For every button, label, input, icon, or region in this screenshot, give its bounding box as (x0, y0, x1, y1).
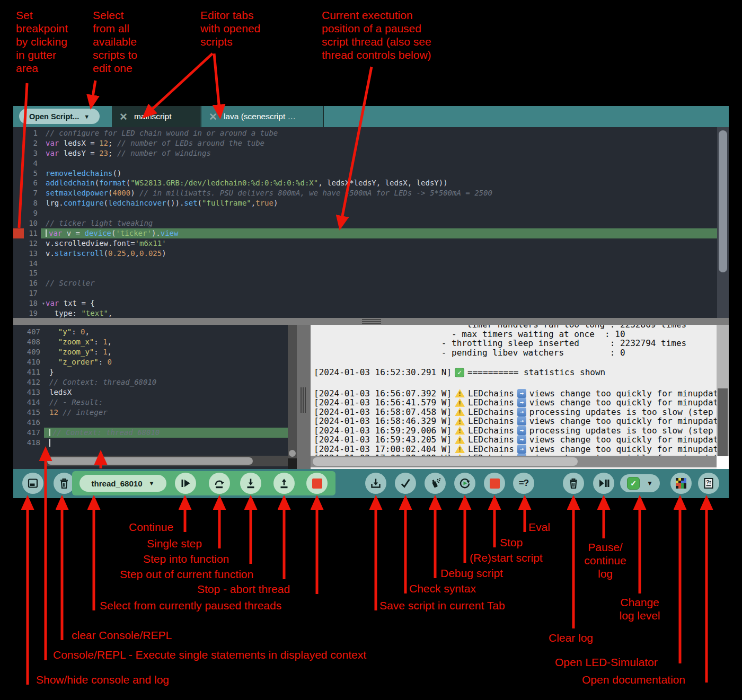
gutter-line-number[interactable]: 2 (13, 138, 41, 148)
tab-lava-scenescript[interactable]: ✕ lava (scenescript … (200, 106, 324, 127)
debug-script-button[interactable] (425, 473, 446, 494)
log-hscrollbar[interactable] (311, 456, 717, 467)
code-line[interactable]: 1// configure for LED chain wound in or … (13, 128, 729, 138)
gutter-line-number[interactable]: 5 (13, 169, 41, 179)
code-editor[interactable]: 1// configure for LED chain wound in or … (13, 127, 729, 318)
gutter-line-number[interactable]: 407 (13, 327, 44, 337)
restart-script-button[interactable] (454, 473, 475, 494)
code-line[interactable]: 409 "zoom_y": 1, (13, 347, 288, 357)
forward-arrow-icon[interactable]: → (517, 417, 526, 426)
code-line[interactable]: 2var ledsX = 12; // number of LEDs aroun… (13, 138, 729, 148)
close-icon[interactable]: ✕ (209, 112, 217, 122)
led-simulator-button[interactable] (670, 473, 692, 494)
scrollbar-thumb[interactable] (47, 457, 253, 465)
gutter-line-number[interactable]: 7 (13, 188, 41, 198)
gutter-line-number[interactable]: 418 (13, 438, 44, 448)
code-line[interactable]: 8lrg.configure(ledchaincover()).set("ful… (13, 198, 729, 208)
code-line[interactable]: 3var ledsY = 23; // number of windings (13, 148, 729, 158)
eval-button[interactable]: =? (513, 473, 534, 494)
pause-log-button[interactable] (593, 473, 614, 494)
code-line[interactable]: 411} (13, 367, 288, 377)
code-line[interactable]: 408 "zoom_x": 1, (13, 337, 288, 347)
vertical-divider[interactable] (297, 325, 311, 469)
fold-icon[interactable]: ▾ (42, 299, 45, 309)
toggle-console-button[interactable] (22, 473, 43, 494)
clear-console-button[interactable] (54, 473, 75, 494)
code-line[interactable]: 4 (13, 158, 729, 169)
continue-button[interactable] (175, 473, 196, 494)
gutter-line-number[interactable]: 9 (13, 208, 41, 218)
gutter-line-number[interactable]: 10 (13, 218, 41, 228)
horizontal-splitter[interactable] (13, 318, 729, 325)
gutter-line-number[interactable]: 12 (13, 238, 41, 249)
save-script-button[interactable] (365, 473, 386, 494)
code-line[interactable]: 413ledsX (13, 387, 288, 397)
gutter-line-number[interactable]: 16 (13, 278, 41, 288)
close-icon[interactable]: ✕ (119, 112, 128, 122)
divider-grip-icon[interactable] (301, 387, 307, 413)
stop-script-button[interactable] (484, 473, 505, 494)
gutter-line-number[interactable]: 17 (13, 288, 41, 298)
gutter-line-number[interactable]: 8 (13, 198, 41, 208)
scrollbar-thumb[interactable] (289, 450, 296, 457)
open-script-dropdown[interactable]: Open Script... ▼ (19, 109, 100, 124)
scrollbar-thumb[interactable] (719, 130, 727, 272)
scrollbar-thumb[interactable] (718, 388, 728, 456)
code-line[interactable]: 12v.scrolledview.font='m6x11' (13, 238, 729, 249)
step-into-button[interactable] (240, 473, 261, 494)
code-line[interactable]: 13v.startscroll(0.25,0,0.025) (13, 249, 729, 259)
forward-arrow-icon[interactable]: → (517, 426, 526, 435)
thread-selector[interactable]: thread_68010 ▼ (80, 475, 166, 492)
gutter-line-number[interactable]: 13 (13, 249, 41, 259)
code-line[interactable]: 7setmaxledpower(4000) // in milliwatts. … (13, 188, 729, 198)
gutter-line-number[interactable]: 410 (13, 357, 44, 367)
code-line[interactable]: 11var v = device('ticker').view (13, 228, 729, 238)
gutter-line-number[interactable]: 6 (13, 178, 41, 188)
code-line[interactable]: 9 (13, 208, 729, 218)
step-out-button[interactable] (273, 473, 295, 494)
code-line[interactable]: 17 (13, 288, 729, 298)
code-line[interactable]: 416 (13, 418, 288, 428)
forward-arrow-icon[interactable]: → (517, 435, 526, 444)
forward-arrow-icon[interactable]: → (517, 389, 526, 398)
stop-thread-button[interactable] (306, 473, 328, 494)
log-panel[interactable]: timer handlers ran too long : 2232869 ti… (311, 325, 717, 469)
code-line[interactable]: 41512 // integer (13, 407, 288, 418)
splitter-grip-icon[interactable] (362, 319, 381, 324)
gutter-line-number[interactable]: 4 (13, 158, 41, 169)
code-line[interactable]: 18▾var txt = { (13, 298, 729, 308)
scrollbar-thumb[interactable] (313, 457, 578, 466)
gutter-line-number[interactable]: 417 (13, 428, 44, 438)
code-line[interactable]: 6addledchain(format("WS2813.GRB:/dev/led… (13, 178, 729, 188)
gutter-line-number[interactable]: 3 (13, 148, 41, 158)
gutter-line-number[interactable]: 414 (13, 397, 44, 407)
gutter-line-number[interactable]: 14 (13, 259, 41, 269)
gutter-line-number[interactable]: 19 (13, 308, 41, 318)
documentation-button[interactable]: ? (698, 473, 719, 494)
code-line[interactable]: 407 "y": 0, (13, 327, 288, 337)
gutter-line-number[interactable]: 412 (13, 377, 44, 387)
code-line[interactable]: 410 "z_order": 0 (13, 357, 288, 367)
forward-arrow-icon[interactable]: → (517, 407, 526, 417)
tab-mainscript[interactable]: ✕ mainscript (112, 106, 200, 127)
forward-arrow-icon[interactable]: → (517, 398, 526, 407)
log-level-button[interactable]: ✓ ▼ (620, 474, 660, 492)
code-line[interactable]: 15 (13, 268, 729, 278)
check-syntax-button[interactable] (395, 473, 416, 494)
breakpoint-marker[interactable] (13, 228, 24, 238)
gutter-line-number[interactable]: 18▾ (13, 298, 41, 308)
code-line[interactable]: 417// Context: thread_68010 (13, 428, 288, 438)
code-line[interactable]: 5removeledchains() (13, 169, 729, 179)
gutter-line-number[interactable]: 415 (13, 407, 44, 418)
console-hscrollbar[interactable] (45, 456, 288, 466)
gutter-line-number[interactable]: 409 (13, 347, 44, 357)
gutter-line-number[interactable]: 411 (13, 367, 44, 377)
code-line[interactable]: 14 (13, 259, 729, 269)
code-line[interactable]: 414// - Result: (13, 397, 288, 407)
gutter-line-number[interactable]: 1 (13, 128, 41, 138)
gutter-line-number[interactable]: 413 (13, 387, 44, 397)
code-line[interactable]: 16// Scroller (13, 278, 729, 288)
gutter-line-number[interactable]: 11 (13, 228, 41, 238)
editor-scrollbar[interactable] (717, 127, 729, 318)
gutter-line-number[interactable]: 15 (13, 268, 41, 278)
